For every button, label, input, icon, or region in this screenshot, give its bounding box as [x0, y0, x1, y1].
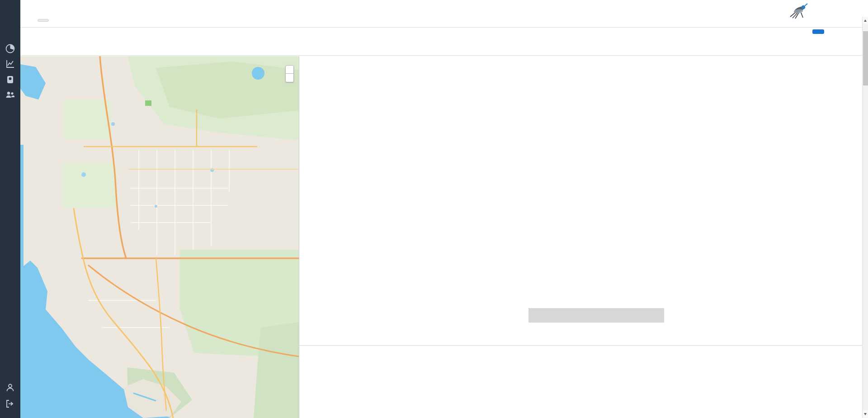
divider [20, 55, 862, 56]
time-range-other-button[interactable] [38, 19, 49, 22]
zoom-in-button[interactable] [285, 65, 294, 74]
line-chart [299, 56, 863, 251]
export-trap-data-button[interactable] [812, 29, 824, 34]
logout-icon[interactable] [5, 399, 15, 409]
map-label-layer [20, 56, 299, 418]
scroll-up-icon[interactable] [863, 17, 868, 24]
analyzer-chart-icon[interactable] [5, 59, 15, 69]
users-icon[interactable] [5, 90, 15, 100]
nav-sidebar [0, 0, 20, 418]
table-header-row [299, 324, 863, 346]
time-range-bar [23, 15, 49, 25]
scrollbar-thumb[interactable] [863, 31, 868, 86]
zoom-control [285, 65, 294, 82]
trap-icon[interactable] [5, 74, 15, 85]
scroll-down-icon[interactable] [863, 410, 868, 418]
zoom-out-button[interactable] [285, 74, 294, 82]
divider [20, 27, 862, 28]
map[interactable] [20, 56, 299, 418]
table-group-header [528, 308, 664, 323]
mosquito-logo-icon [788, 3, 808, 21]
dashboard-icon[interactable] [5, 43, 15, 54]
vertical-scrollbar[interactable] [862, 17, 868, 418]
brand-logo [788, 3, 810, 21]
account-icon[interactable] [5, 382, 15, 393]
